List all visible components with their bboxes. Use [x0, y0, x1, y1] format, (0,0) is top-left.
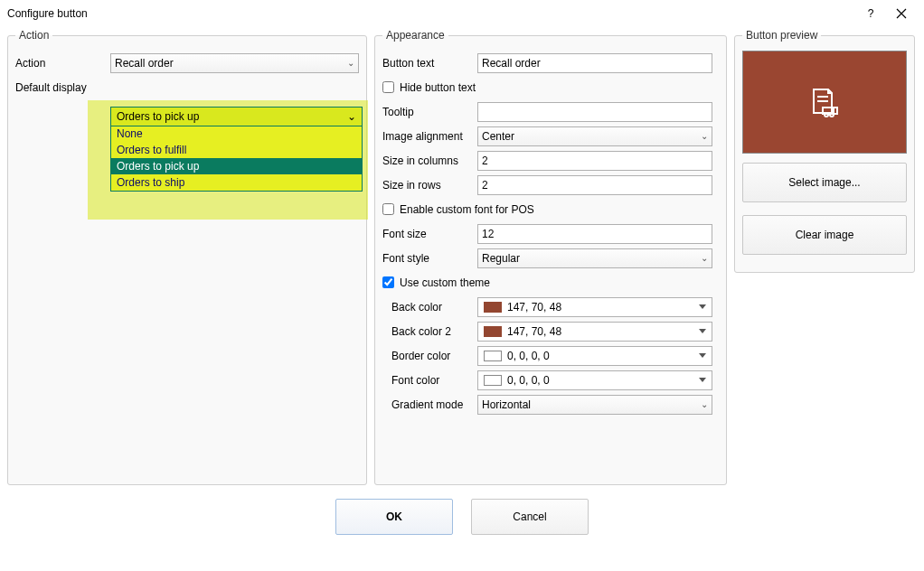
- image-alignment-label: Image alignment: [382, 130, 477, 143]
- default-display-dropdown[interactable]: Orders to pick up ⌄ None Orders to fulfi…: [110, 107, 363, 192]
- size-cols-label: Size in columns: [382, 154, 477, 167]
- border-color-label: Border color: [382, 350, 477, 362]
- preview-button: [742, 51, 907, 154]
- color-swatch: [484, 351, 502, 361]
- enable-custom-font-checkbox[interactable]: [382, 203, 394, 215]
- back-color-label: Back color: [382, 301, 477, 314]
- font-color-picker[interactable]: 0, 0, 0, 0: [477, 370, 712, 390]
- color-swatch: [484, 326, 502, 337]
- action-legend: Action: [15, 29, 52, 42]
- image-alignment-select[interactable]: Center ⌄: [477, 126, 712, 146]
- gradient-mode-select[interactable]: Horizontal ⌄: [477, 395, 712, 415]
- chevron-down-icon: [699, 378, 706, 382]
- enable-custom-font-label: Enable custom font for POS: [400, 203, 534, 216]
- default-display-select[interactable]: Orders to pick up ⌄: [110, 107, 363, 126]
- appearance-group: Appearance Button text Hide button text …: [374, 29, 727, 485]
- action-group: Action Action Recall order ⌄ Default dis…: [7, 29, 367, 485]
- gradient-mode-label: Gradient mode: [382, 398, 477, 411]
- dialog-footer: OK Cancel: [0, 499, 924, 535]
- action-value: Recall order: [115, 57, 174, 70]
- size-rows-label: Size in rows: [382, 179, 477, 192]
- chevron-down-icon: [699, 353, 706, 358]
- button-text-label: Button text: [382, 57, 477, 70]
- font-size-label: Font size: [382, 228, 477, 240]
- font-style-label: Font style: [382, 252, 477, 265]
- chevron-down-icon: ⌄: [347, 58, 354, 68]
- back-color2-label: Back color 2: [382, 325, 477, 338]
- default-display-label: Default display: [15, 81, 110, 94]
- appearance-legend: Appearance: [382, 29, 448, 42]
- size-rows-input[interactable]: [477, 175, 712, 195]
- chevron-down-icon: ⌄: [347, 110, 356, 123]
- ok-button[interactable]: OK: [335, 499, 453, 535]
- use-custom-theme-checkbox[interactable]: [382, 276, 394, 288]
- button-preview-group: Button preview Select image... Clear ima…: [734, 29, 915, 273]
- chevron-down-icon: ⌄: [701, 253, 708, 263]
- default-display-options: None Orders to fulfill Orders to pick up…: [111, 126, 362, 191]
- font-color-label: Font color: [382, 374, 477, 387]
- image-alignment-value: Center: [482, 130, 514, 143]
- option-orders-to-pick-up[interactable]: Orders to pick up: [111, 158, 362, 174]
- tooltip-label: Tooltip: [382, 106, 477, 118]
- border-color-picker[interactable]: 0, 0, 0, 0: [477, 346, 712, 366]
- font-size-input[interactable]: [477, 224, 712, 244]
- option-orders-to-fulfill[interactable]: Orders to fulfill: [111, 142, 362, 158]
- action-select[interactable]: Recall order ⌄: [110, 53, 359, 73]
- font-style-value: Regular: [482, 252, 520, 265]
- color-swatch: [484, 375, 502, 386]
- window-title: Configure button: [7, 7, 855, 20]
- size-cols-input[interactable]: [477, 151, 712, 171]
- cancel-button[interactable]: Cancel: [471, 499, 589, 535]
- hide-button-text-checkbox[interactable]: [382, 81, 394, 93]
- button-text-input[interactable]: [477, 53, 712, 73]
- color-swatch: [484, 302, 502, 313]
- tooltip-input[interactable]: [477, 102, 712, 122]
- chevron-down-icon: [699, 329, 706, 333]
- action-label: Action: [15, 57, 110, 70]
- option-orders-to-ship[interactable]: Orders to ship: [111, 174, 362, 191]
- close-icon: [896, 8, 907, 19]
- hide-button-text-label: Hide button text: [400, 81, 476, 94]
- titlebar: Configure button ?: [0, 0, 924, 27]
- default-display-value: Orders to pick up: [117, 110, 199, 123]
- clear-image-button[interactable]: Clear image: [742, 215, 907, 255]
- chevron-down-icon: [699, 304, 706, 309]
- gradient-mode-value: Horizontal: [482, 398, 531, 411]
- select-image-button[interactable]: Select image...: [742, 163, 907, 202]
- help-button[interactable]: ?: [855, 3, 886, 24]
- back-color2-picker[interactable]: 147, 70, 48: [477, 322, 712, 342]
- close-button[interactable]: [886, 3, 917, 24]
- option-none[interactable]: None: [111, 126, 362, 142]
- font-style-select[interactable]: Regular ⌄: [477, 248, 712, 268]
- chevron-down-icon: ⌄: [701, 131, 708, 141]
- recall-order-icon: [806, 84, 843, 120]
- use-custom-theme-label: Use custom theme: [400, 276, 490, 289]
- preview-legend: Button preview: [742, 29, 821, 42]
- chevron-down-icon: ⌄: [701, 399, 708, 409]
- back-color-picker[interactable]: 147, 70, 48: [477, 297, 712, 317]
